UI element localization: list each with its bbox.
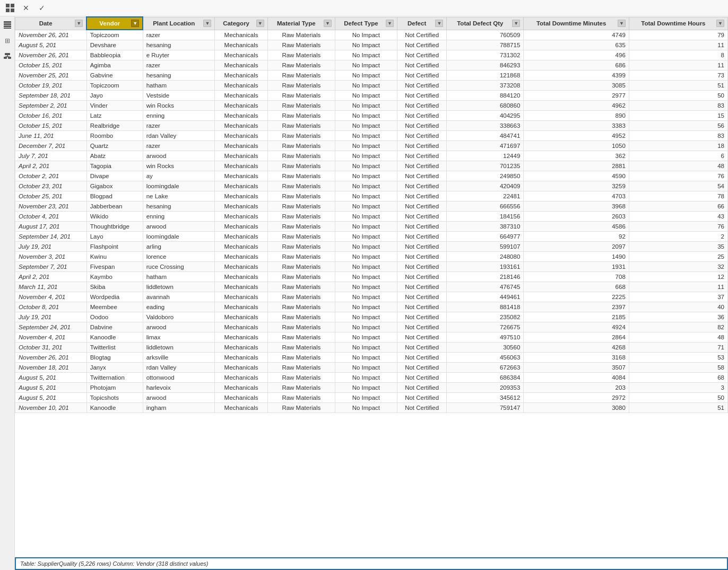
cell-date: August 5, 201	[15, 383, 87, 393]
cell-defect_type: No Impact	[335, 312, 397, 322]
table-row[interactable]: November 26, 201BlogtagarksvilleMechanic…	[15, 353, 728, 363]
downtime-hrs-filter-btn[interactable]: ▼	[716, 20, 724, 27]
cell-material_type: Raw Materials	[267, 151, 335, 161]
cell-total_downtime_minutes: 708	[524, 272, 629, 282]
table-row[interactable]: October 8, 201MeembeeeadingMechanicalsRa…	[15, 302, 728, 312]
defect-filter-btn[interactable]: ▼	[435, 20, 443, 27]
category-filter-btn[interactable]: ▼	[256, 20, 264, 27]
table-row[interactable]: October 4, 201WikidoenningMechanicalsRaw…	[15, 212, 728, 222]
cell-category: Mechanicals	[215, 252, 267, 262]
cell-total_defect_qty: 731302	[447, 50, 524, 60]
cell-plant_location: limax	[143, 332, 215, 343]
cell-plant_location: Valdoboro	[143, 312, 215, 322]
table-row[interactable]: October 23, 201GigaboxloomingdaleMechani…	[15, 181, 728, 191]
table-row[interactable]: October 19, 201TopiczoomhathamMechanical…	[15, 81, 728, 91]
cell-material_type: Raw Materials	[267, 373, 335, 383]
main-area: ⊞ Date	[0, 16, 728, 570]
check-icon[interactable]: ✓	[36, 2, 48, 14]
hierarchy-view-icon[interactable]	[1, 50, 14, 63]
table-row[interactable]: November 3, 201KwinulorenceMechanicalsRa…	[15, 252, 728, 262]
table-row[interactable]: August 5, 201DevsharehesaningMechanicals…	[15, 40, 728, 50]
table-row[interactable]: July 7, 201AbatzarwoodMechanicalsRaw Mat…	[15, 151, 728, 161]
close-icon[interactable]: ✕	[20, 2, 32, 14]
table-view-icon[interactable]	[1, 19, 14, 31]
table-row[interactable]: August 17, 201ThoughtbridgearwoodMechani…	[15, 222, 728, 232]
table-row[interactable]: November 25, 201GabvinehesaningMechanica…	[15, 71, 728, 81]
cell-total_defect_qty: 599107	[447, 242, 524, 252]
cell-vendor: Fivespan	[86, 262, 143, 272]
cell-material_type: Raw Materials	[267, 403, 335, 413]
table-row[interactable]: September 24, 201DabvinearwoodMechanical…	[15, 322, 728, 332]
table-row[interactable]: October 31, 201TwitterlistliddletownMech…	[15, 343, 728, 353]
cell-total_downtime_minutes: 3259	[524, 181, 629, 191]
cell-defect_type: No Impact	[335, 212, 397, 222]
cell-plant_location: ottonwood	[143, 373, 215, 383]
date-filter-btn[interactable]: ▼	[75, 20, 83, 27]
table-row[interactable]: November 23, 201JabberbeanhesaningMechan…	[15, 201, 728, 212]
table-row[interactable]: September 14, 201LayoloomingdaleMechanic…	[15, 232, 728, 242]
cell-vendor: Thoughtbridge	[86, 222, 143, 232]
toolbar: ✕ ✓	[0, 0, 728, 16]
grid-chart-icon[interactable]	[4, 2, 16, 14]
table-row[interactable]: August 5, 201TwitternationottonwoodMecha…	[15, 373, 728, 383]
col-plant-location: Plant Location ▼	[143, 17, 215, 30]
table-row[interactable]: July 19, 201OodooValdoboroMechanicalsRaw…	[15, 312, 728, 322]
cell-total_defect_qty: 248080	[447, 252, 524, 262]
cell-material_type: Raw Materials	[267, 292, 335, 302]
defect-qty-filter-btn[interactable]: ▼	[512, 20, 520, 27]
table-row[interactable]: October 16, 201LatzenningMechanicalsRaw …	[15, 111, 728, 121]
cell-total_downtime_hours: 35	[629, 242, 727, 252]
downtime-min-filter-btn[interactable]: ▼	[618, 20, 626, 27]
table-row[interactable]: November 26, 201Babbleopiae RuyterMechan…	[15, 50, 728, 60]
cell-total_defect_qty: 184156	[447, 212, 524, 222]
table-row[interactable]: November 26, 201TopiczoomrazerMechanical…	[15, 30, 728, 40]
table-row[interactable]: October 2, 201DivapeayMechanicalsRaw Mat…	[15, 171, 728, 181]
table-row[interactable]: September 7, 201Fivespanruce CrossingMec…	[15, 262, 728, 272]
cell-category: Mechanicals	[215, 332, 267, 343]
material-filter-btn[interactable]: ▼	[324, 20, 332, 27]
table-row[interactable]: July 19, 201FlashpointarlingMechanicalsR…	[15, 242, 728, 252]
cell-defect_type: No Impact	[335, 141, 397, 151]
cell-defect_type: No Impact	[335, 262, 397, 272]
cell-defect: Not Certified	[397, 191, 446, 201]
cell-defect_type: No Impact	[335, 30, 397, 40]
table-row[interactable]: March 11, 201SkibaliddletownMechanicalsR…	[15, 282, 728, 292]
cell-date: August 5, 201	[15, 393, 87, 403]
cell-defect: Not Certified	[397, 232, 446, 242]
table-row[interactable]: September 18, 201JayoVestsideMechanicals…	[15, 91, 728, 101]
table-row[interactable]: November 4, 201KanoodlelimaxMechanicalsR…	[15, 332, 728, 343]
plant-filter-btn[interactable]: ▼	[203, 20, 211, 27]
cell-total_downtime_hours: 25	[629, 252, 727, 262]
cell-category: Mechanicals	[215, 91, 267, 101]
cell-category: Mechanicals	[215, 201, 267, 212]
cell-material_type: Raw Materials	[267, 312, 335, 322]
table-row[interactable]: November 4, 201WordpediaavannahMechanica…	[15, 292, 728, 302]
cell-plant_location: liddletown	[143, 343, 215, 353]
cell-plant_location: Vestside	[143, 91, 215, 101]
cell-defect_type: No Impact	[335, 171, 397, 181]
table-row[interactable]: April 2, 201KaymbohathamMechanicalsRaw M…	[15, 272, 728, 282]
table-row[interactable]: October 15, 201AgimbarazerMechanicalsRaw…	[15, 60, 728, 71]
grid-view-icon[interactable]: ⊞	[1, 34, 14, 47]
vendor-filter-btn[interactable]: ▼	[131, 20, 139, 27]
table-row[interactable]: December 7, 201QuartzrazerMechanicalsRaw…	[15, 141, 728, 151]
table-row[interactable]: August 5, 201PhotojamharlevoixMechanical…	[15, 383, 728, 393]
defect-type-filter-btn[interactable]: ▼	[386, 20, 394, 27]
table-row[interactable]: August 5, 201TopicshotsarwoodMechanicals…	[15, 393, 728, 403]
cell-date: April 2, 201	[15, 272, 87, 282]
table-row[interactable]: November 10, 201KanoodleinghamMechanical…	[15, 403, 728, 413]
table-row[interactable]: April 2, 201Tagopiawin RocksMechanicalsR…	[15, 161, 728, 171]
cell-defect_type: No Impact	[335, 272, 397, 282]
cell-material_type: Raw Materials	[267, 212, 335, 222]
table-wrapper[interactable]: Date ▼ Vendor ▼	[15, 16, 728, 557]
cell-total_downtime_hours: 2	[629, 232, 727, 242]
cell-total_downtime_hours: 53	[629, 353, 727, 363]
table-row[interactable]: June 11, 201Roombordan ValleyMechanicals…	[15, 131, 728, 141]
table-row[interactable]: September 2, 201Vinderwin RocksMechanica…	[15, 101, 728, 111]
table-row[interactable]: October 15, 201RealbridgerazerMechanical…	[15, 121, 728, 131]
cell-total_downtime_hours: 3	[629, 383, 727, 393]
table-row[interactable]: October 25, 201Blogpadne LakeMechanicals…	[15, 191, 728, 201]
cell-date: October 15, 201	[15, 60, 87, 71]
cell-plant_location: arksville	[143, 353, 215, 363]
table-row[interactable]: November 18, 201Janyxrdan ValleyMechanic…	[15, 363, 728, 373]
